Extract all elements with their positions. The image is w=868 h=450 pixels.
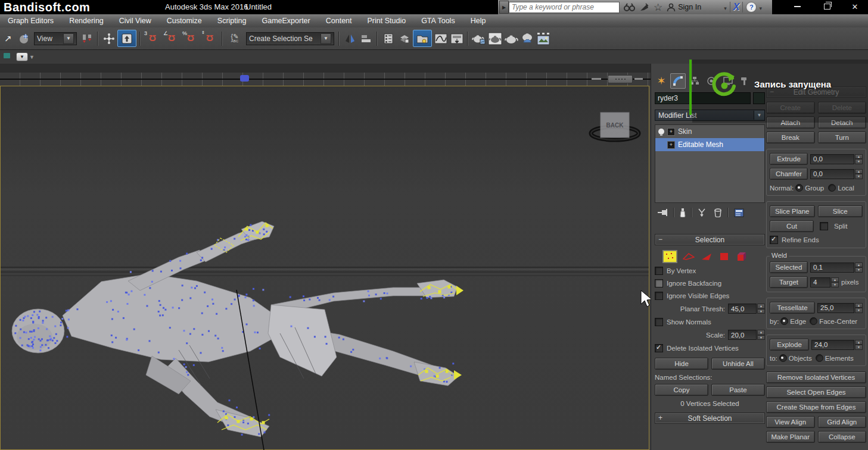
menu-gameexporter[interactable]: GameExporter — [254, 17, 318, 25]
element-mode-icon[interactable] — [736, 251, 748, 262]
align-icon[interactable] — [359, 30, 374, 46]
time-slider-marker[interactable] — [240, 75, 249, 82]
spin-down-icon[interactable] — [757, 335, 765, 340]
angle-snap-toggle-icon[interactable]: ∠Ω — [163, 30, 181, 46]
checkbox[interactable] — [770, 236, 778, 244]
configure-modifier-sets-icon[interactable] — [734, 208, 744, 217]
checkbox[interactable] — [655, 267, 663, 275]
pin-stack-icon[interactable] — [657, 208, 668, 217]
sign-in-dropdown-icon[interactable] — [724, 2, 727, 12]
menu-content[interactable]: Content — [318, 17, 360, 25]
spinner-snap-toggle-icon[interactable]: ⇕Ω — [201, 30, 219, 46]
weld-target-button[interactable]: Target — [770, 276, 808, 288]
menu-scripting[interactable]: Scripting — [210, 17, 254, 25]
collapse-button[interactable]: Collapse — [818, 431, 867, 443]
weld-selected-spinner[interactable]: 0,1 — [810, 262, 863, 273]
render-last-icon[interactable] — [536, 30, 550, 46]
checkbox[interactable] — [655, 344, 663, 352]
edit-named-selection-sets-icon[interactable]: {✎ ABC — [226, 30, 244, 46]
unhide-all-button[interactable]: Unhide All — [711, 358, 765, 370]
elements-radio[interactable] — [816, 354, 823, 362]
curve-editor-icon[interactable] — [433, 30, 448, 46]
minimize-button[interactable] — [785, 0, 809, 13]
reference-coordinate-dropdown[interactable]: View▼ — [34, 32, 77, 45]
scrollbar-thumb[interactable] — [608, 75, 633, 83]
stack-item-skin[interactable]: + Skin — [655, 125, 764, 138]
spin-down-icon[interactable] — [855, 267, 863, 273]
mirror-icon[interactable] — [343, 30, 357, 46]
menu-graph-editors[interactable]: Graph Editors — [0, 17, 61, 25]
named-selection-set-dropdown[interactable]: Create Selection Se▼ — [246, 32, 334, 45]
menu-customize[interactable]: Customize — [159, 17, 210, 25]
viewcube-face-label[interactable]: BACK — [606, 122, 624, 129]
render-in-cloud-icon[interactable] — [519, 30, 534, 46]
slice-button[interactable]: Slice — [818, 205, 863, 217]
hide-button[interactable]: Hide — [655, 358, 708, 370]
copy-button[interactable]: Copy — [655, 384, 708, 396]
checkbox[interactable] — [655, 279, 663, 288]
spin-down-icon[interactable] — [855, 159, 863, 164]
turn-button[interactable]: Turn — [818, 132, 867, 143]
scale-spinner[interactable]: 20,0 — [728, 330, 765, 340]
stack-item-editable-mesh[interactable]: + Editable Mesh — [655, 138, 764, 151]
render-production-icon[interactable] — [503, 30, 518, 46]
use-pivot-point-center-icon[interactable] — [79, 30, 94, 46]
graphite-ribbon-icon[interactable] — [397, 30, 412, 46]
exchange-apps-icon[interactable]: X — [733, 2, 740, 12]
select-and-place-icon[interactable] — [101, 30, 116, 46]
chamfer-spinner[interactable]: 0,0 — [810, 169, 863, 179]
search-input[interactable] — [509, 2, 620, 13]
menu-gta-tools[interactable]: GTA Tools — [413, 17, 463, 25]
menu-help[interactable]: Help — [463, 17, 494, 25]
chamfer-button[interactable]: Chamfer — [770, 168, 808, 180]
weld-selected-button[interactable]: Selected — [770, 261, 808, 273]
show-normals-checkbox[interactable]: Show Normals — [655, 318, 765, 326]
restore-button[interactable] — [815, 0, 839, 13]
extrude-button[interactable]: Extrude — [770, 153, 808, 165]
schematic-view-icon[interactable] — [449, 30, 464, 46]
spin-up-icon[interactable] — [831, 277, 839, 283]
track-bar[interactable] — [0, 73, 651, 86]
menu-print-studio[interactable]: Print Studio — [360, 17, 414, 25]
explode-spinner[interactable]: 24,0 — [811, 340, 863, 350]
tab-create[interactable]: ✶ — [654, 73, 669, 89]
explode-button[interactable]: Explode — [770, 339, 809, 351]
render-setup-icon[interactable] — [471, 30, 486, 46]
vertex-mode-icon[interactable] — [663, 251, 677, 262]
modifier-enabled-bulb-icon[interactable] — [658, 129, 664, 135]
polygon-mode-icon[interactable] — [718, 251, 730, 262]
menu-rendering[interactable]: Rendering — [61, 17, 111, 25]
sign-in-button[interactable]: Sign In — [678, 3, 701, 11]
by-vertex-checkbox[interactable]: By Vertex — [655, 267, 765, 275]
edge-mode-icon[interactable] — [682, 251, 695, 262]
normal-local-radio[interactable] — [828, 184, 836, 192]
ignore-backfacing-checkbox[interactable]: Ignore Backfacing — [655, 279, 765, 288]
keyboard-shortcut-override-toggle[interactable] — [117, 30, 136, 47]
tessellate-spinner[interactable]: 25,0 — [817, 303, 863, 313]
objects-radio[interactable] — [779, 354, 787, 362]
spin-up-icon[interactable] — [757, 304, 765, 309]
spin-up-icon[interactable] — [855, 262, 863, 268]
grid-align-button[interactable]: Grid Align — [818, 416, 867, 428]
ignore-visible-edges-checkbox[interactable]: Ignore Visible Edges — [655, 292, 765, 300]
soft-selection-rollout-header[interactable]: + Soft Selection — [655, 412, 765, 424]
menu-civil-view[interactable]: Civil View — [111, 17, 159, 25]
remove-modifier-icon[interactable] — [714, 208, 722, 217]
show-end-result-icon[interactable] — [680, 208, 686, 217]
planar-thresh-spinner[interactable]: 45,0 — [728, 304, 765, 314]
select-object-icon[interactable]: ↗ — [1, 30, 15, 46]
layout-tab-icon[interactable] — [4, 53, 10, 58]
scene-explorer-toggle-icon[interactable] — [413, 30, 432, 47]
delete-isolated-vertices-checkbox[interactable]: Delete Isolated Vertices — [655, 344, 765, 352]
character-mesh[interactable] — [12, 221, 459, 437]
edge-radio[interactable] — [780, 317, 788, 325]
viewport-canvas[interactable]: BACK — [0, 86, 651, 450]
spin-up-icon[interactable] — [855, 303, 863, 308]
extrude-spinner[interactable]: 0,0 — [810, 154, 863, 164]
break-button[interactable]: Break — [766, 132, 815, 143]
split-checkbox[interactable] — [820, 222, 828, 230]
checkbox[interactable] — [655, 318, 663, 326]
spin-down-icon[interactable] — [757, 309, 765, 314]
viewport-layout-tabs-button[interactable]: ▼ — [16, 52, 28, 61]
rendered-frame-window-icon[interactable] — [487, 30, 502, 46]
